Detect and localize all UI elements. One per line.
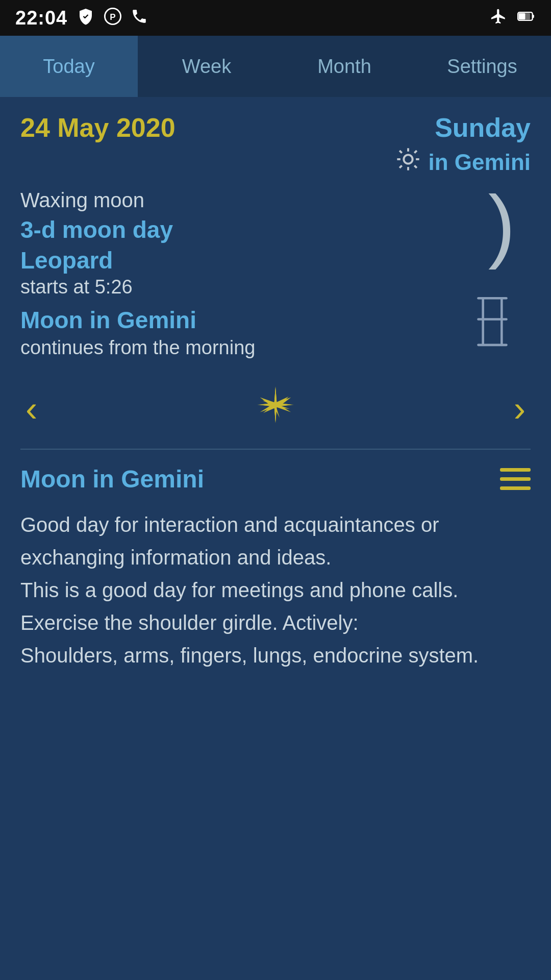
moon-day-label: 3-d moon day (20, 216, 531, 243)
date-header: 24 May 2020 Sunday (20, 112, 531, 179)
tab-month[interactable]: Month (276, 36, 413, 97)
tab-bar: Today Week Month Settings (0, 36, 551, 97)
sun-gemini: in Gemini (395, 146, 531, 179)
description-header: Moon in Gemini (20, 465, 531, 493)
status-bar-left: 22:04 P (15, 7, 148, 29)
sun-sign: in Gemini (429, 150, 531, 175)
svg-point-6 (404, 155, 412, 163)
svg-text:P: P (110, 12, 116, 22)
moon-symbol-name: Leopard (20, 247, 531, 274)
status-time: 22:04 (15, 7, 67, 29)
status-bar: 22:04 P (0, 0, 551, 36)
description-title: Moon in Gemini (20, 465, 204, 493)
gemini-symbol (464, 293, 520, 359)
hamburger-line-3 (500, 486, 531, 490)
svg-rect-3 (533, 14, 534, 17)
shield-icon (77, 7, 95, 29)
airplane-icon (490, 8, 507, 29)
svg-line-13 (399, 165, 402, 168)
star-center-icon (255, 384, 296, 433)
svg-line-11 (399, 151, 402, 153)
moon-crescent-symbol: ) (488, 184, 515, 265)
hamburger-line-1 (500, 468, 531, 472)
battery-icon (516, 7, 536, 30)
hamburger-menu-button[interactable] (500, 468, 531, 490)
prev-day-button[interactable]: ‹ (26, 391, 37, 427)
tab-settings[interactable]: Settings (413, 36, 551, 97)
status-bar-right (490, 7, 536, 30)
parking-icon: P (104, 8, 121, 29)
moon-block: Waxing moon 3-d moon day Leopard starts … (20, 189, 531, 359)
tab-week[interactable]: Week (138, 36, 276, 97)
next-day-button[interactable]: › (514, 391, 525, 427)
day-sun-block: Sunday in Gemini (395, 112, 531, 179)
main-content: 24 May 2020 Sunday (0, 97, 551, 692)
nav-row: ‹ › (20, 384, 531, 433)
sun-icon (395, 146, 421, 179)
svg-line-14 (414, 151, 417, 153)
waxing-moon-label: Waxing moon (20, 189, 531, 212)
date-display: 24 May 2020 (20, 112, 176, 143)
hamburger-line-2 (500, 477, 531, 481)
section-divider (20, 449, 531, 450)
day-name: Sunday (395, 112, 531, 143)
svg-rect-5 (519, 13, 525, 19)
moon-position-note: continues from the morning (20, 337, 531, 359)
starts-at-label: starts at 5:26 (20, 276, 531, 298)
phone-icon (131, 8, 148, 29)
moon-position-label: Moon in Gemini (20, 306, 531, 334)
description-body: Good day for interaction and acquain­tan… (20, 508, 531, 672)
tab-today[interactable]: Today (0, 36, 138, 97)
svg-line-12 (414, 165, 417, 168)
